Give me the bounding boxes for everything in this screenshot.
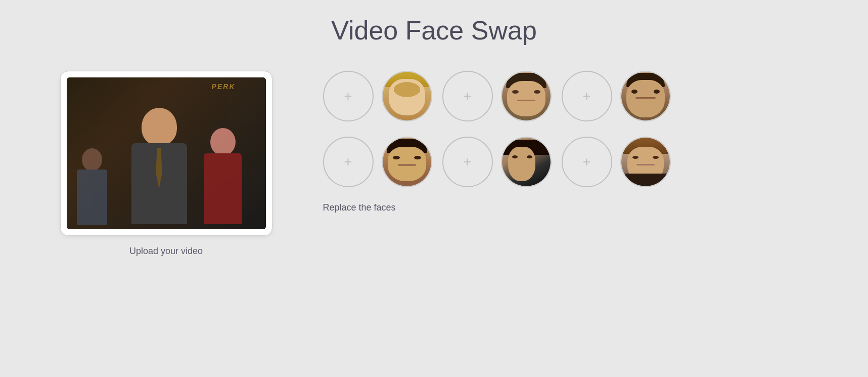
- add-face-button-1[interactable]: +: [323, 71, 374, 121]
- face-row-2: + +: [323, 137, 671, 187]
- face-circle-phoebe[interactable]: [382, 71, 432, 121]
- bg-person-right: [200, 128, 246, 229]
- plus-icon-5: +: [463, 155, 471, 169]
- add-face-button-4[interactable]: +: [323, 137, 374, 187]
- video-frame: PERK: [67, 77, 266, 229]
- face-portrait-phoebe: [383, 72, 431, 120]
- video-section: PERK: [60, 71, 272, 257]
- face-pair-1: +: [323, 71, 432, 121]
- add-face-button-6[interactable]: +: [562, 137, 612, 187]
- face-portrait-monica: [502, 138, 551, 186]
- face-pair-6: +: [562, 137, 671, 187]
- plus-icon-4: +: [344, 155, 352, 169]
- face-portrait-chandler: [502, 72, 551, 120]
- face-pair-4: +: [323, 137, 432, 187]
- video-caption: Upload your video: [129, 246, 203, 257]
- add-face-button-5[interactable]: +: [442, 137, 493, 187]
- bg-person-left: [74, 148, 110, 229]
- plus-icon-1: +: [344, 89, 352, 103]
- face-pair-5: +: [442, 137, 552, 187]
- face-circle-joey[interactable]: [382, 137, 432, 187]
- face-portrait-ross: [621, 72, 670, 120]
- face-portrait-joey: [383, 138, 431, 186]
- plus-icon-3: +: [582, 89, 590, 103]
- bg-sign: PERK: [212, 82, 236, 91]
- face-portrait-rachel: [621, 138, 670, 186]
- face-circle-rachel[interactable]: [620, 137, 671, 187]
- video-player: PERK: [67, 77, 266, 229]
- faces-caption: Replace the faces: [323, 202, 396, 213]
- face-circle-ross[interactable]: [620, 71, 671, 121]
- face-pair-3: +: [562, 71, 671, 121]
- main-person: [124, 108, 195, 229]
- face-circle-chandler[interactable]: [501, 71, 552, 121]
- add-face-button-3[interactable]: +: [562, 71, 612, 121]
- face-circle-monica[interactable]: [501, 137, 552, 187]
- add-face-button-2[interactable]: +: [442, 71, 493, 121]
- plus-icon-2: +: [463, 89, 471, 103]
- plus-icon-6: +: [582, 155, 590, 169]
- face-pairs-grid: +: [323, 71, 671, 187]
- face-row-1: +: [323, 71, 671, 121]
- page-title: Video Face Swap: [331, 15, 537, 46]
- faces-section: +: [323, 71, 671, 213]
- face-pair-2: +: [442, 71, 552, 121]
- video-container: PERK: [60, 71, 272, 236]
